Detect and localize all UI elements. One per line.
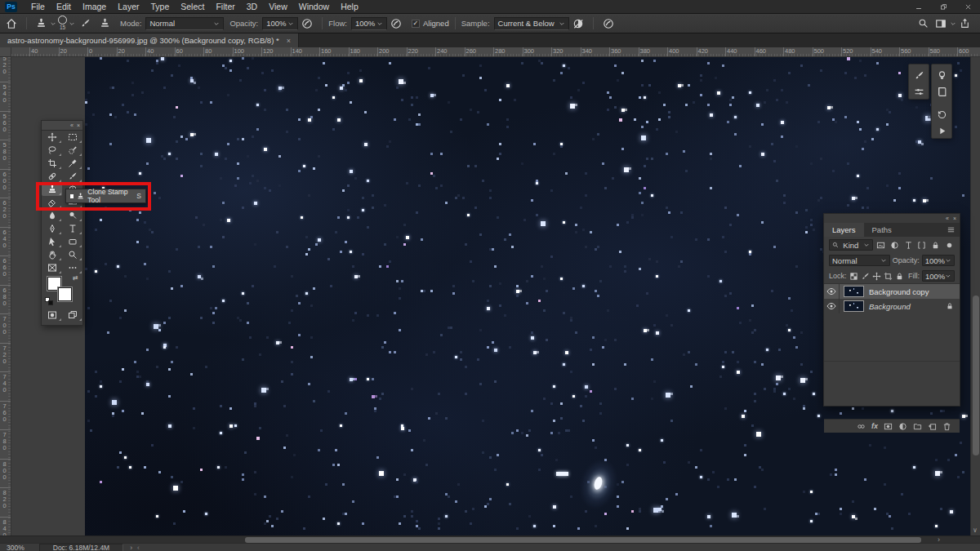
tool-eyedropper[interactable] xyxy=(62,157,82,170)
tab-paths[interactable]: Paths xyxy=(864,223,900,237)
tablet-pressure-size-icon[interactable] xyxy=(603,18,614,29)
lock-artboard-icon[interactable] xyxy=(884,270,893,282)
lock-transparent-pixels-icon[interactable] xyxy=(849,270,858,282)
layer-name[interactable]: Background copy xyxy=(869,287,929,296)
menu-file[interactable]: File xyxy=(25,2,51,11)
close-panel-icon[interactable]: × xyxy=(77,122,80,128)
clone-source-panel-toggle[interactable] xyxy=(96,16,113,31)
workspace-switcher-icon[interactable] xyxy=(935,18,947,29)
tool-lasso[interactable] xyxy=(42,144,62,157)
menu-help[interactable]: Help xyxy=(335,2,364,11)
collapse-panel-icon[interactable]: « xyxy=(946,216,949,221)
libraries-icon[interactable] xyxy=(937,87,947,97)
tool-dodge[interactable] xyxy=(62,209,82,222)
menu-edit[interactable]: Edit xyxy=(51,2,77,11)
layer-blend-mode-select[interactable]: Normal xyxy=(829,255,890,266)
new-group-folder-icon[interactable] xyxy=(913,422,922,431)
brushes-presets-icon[interactable] xyxy=(914,87,924,97)
tool-screen-mode[interactable] xyxy=(62,309,82,322)
brush-settings-icon[interactable] xyxy=(914,70,924,81)
airbrush-toggle-icon[interactable] xyxy=(390,18,402,29)
chevron-down-icon[interactable] xyxy=(950,20,956,27)
filter-adjustment-layers-icon[interactable] xyxy=(889,239,900,251)
minimize-button[interactable] xyxy=(906,2,931,11)
tool-crop[interactable] xyxy=(42,157,62,170)
history-icon[interactable] xyxy=(937,109,947,120)
add-layer-mask-icon[interactable] xyxy=(884,422,893,431)
background-color-swatch[interactable] xyxy=(58,287,72,301)
menu-3d[interactable]: 3D xyxy=(241,2,263,11)
aligned-checkbox[interactable]: ✓ xyxy=(412,20,420,28)
menu-layer[interactable]: Layer xyxy=(112,2,145,11)
home-icon[interactable] xyxy=(6,18,17,29)
tool-healing-brush[interactable] xyxy=(42,170,62,183)
tab-layers[interactable]: Layers xyxy=(824,223,864,237)
sample-select[interactable]: Current & Below xyxy=(494,17,569,30)
layer-name[interactable]: Background xyxy=(869,302,911,311)
ignore-adjustment-layers-icon[interactable] xyxy=(572,18,584,29)
link-layers-icon[interactable] xyxy=(857,422,866,431)
tool-eraser[interactable] xyxy=(42,196,62,209)
brush-preset-picker[interactable]: 15 xyxy=(58,16,67,31)
filter-kind-select[interactable]: Kind xyxy=(829,239,873,251)
horizontal-scrollbar-thumb[interactable] xyxy=(245,537,921,543)
chevron-down-icon[interactable] xyxy=(50,20,56,27)
tool-marquee[interactable] xyxy=(62,131,82,144)
close-button[interactable] xyxy=(956,3,980,11)
new-layer-icon[interactable] xyxy=(928,422,937,431)
default-colors-icon[interactable] xyxy=(45,297,52,304)
tool-clone-stamp[interactable] xyxy=(42,183,62,196)
tool-edit-toolbar[interactable] xyxy=(62,261,82,274)
menu-image[interactable]: Image xyxy=(77,2,112,11)
vertical-ruler[interactable]: 5205405605806006206406606807007207407607… xyxy=(0,57,11,535)
tool-type[interactable] xyxy=(62,222,82,235)
panel-menu-icon[interactable] xyxy=(947,225,956,234)
close-panel-icon[interactable]: × xyxy=(953,216,956,221)
scroll-down-icon[interactable]: ∨ xyxy=(973,527,978,534)
vertical-scrollbar-thumb[interactable] xyxy=(973,295,979,455)
layers-panel-titlebar[interactable]: « × xyxy=(824,214,960,223)
layer-opacity-select[interactable]: 100% xyxy=(922,255,955,266)
opacity-select[interactable]: 100% xyxy=(262,17,298,30)
menu-filter[interactable]: Filter xyxy=(210,2,240,11)
filter-shape-layers-icon[interactable] xyxy=(916,239,928,251)
lock-image-pixels-icon[interactable] xyxy=(861,270,870,282)
menu-window[interactable]: Window xyxy=(293,2,335,11)
menu-view[interactable]: View xyxy=(263,2,293,11)
document-size-indicator[interactable]: Doc: 6.18M/12.4M xyxy=(39,544,123,551)
tool-path-select[interactable] xyxy=(42,235,62,248)
zoom-level[interactable]: 300% xyxy=(7,544,24,551)
ruler-origin-box[interactable] xyxy=(0,47,11,57)
learn-lightbulb-icon[interactable] xyxy=(937,70,947,81)
layer-styles-fx-icon[interactable]: fx xyxy=(871,422,878,430)
collapse-panel-icon[interactable]: « xyxy=(70,122,74,128)
swap-colors-icon[interactable]: ⇄ xyxy=(73,274,78,282)
document-tab[interactable]: astro-astronomy-background-956999.jpg @ … xyxy=(0,33,299,47)
layer-row-background-copy[interactable]: Background copy xyxy=(824,284,960,299)
flow-select[interactable]: 100% xyxy=(351,17,387,30)
tool-pen[interactable] xyxy=(42,222,62,235)
tool-move[interactable] xyxy=(42,131,62,144)
delete-layer-trash-icon[interactable] xyxy=(942,422,951,431)
tool-zoom[interactable] xyxy=(62,248,82,261)
brush-settings-panel-toggle[interactable] xyxy=(77,16,93,31)
visibility-eye-icon[interactable] xyxy=(824,284,840,299)
blend-mode-select[interactable]: Normal xyxy=(145,17,224,30)
layer-fill-select[interactable]: 100% xyxy=(922,270,955,282)
search-icon[interactable] xyxy=(918,18,929,29)
tool-blur[interactable] xyxy=(42,209,62,222)
tablet-pressure-opacity-icon[interactable] xyxy=(301,18,313,29)
filter-pixel-layers-icon[interactable] xyxy=(875,239,887,251)
layer-thumbnail[interactable] xyxy=(844,300,864,312)
tab-close-icon[interactable]: × xyxy=(287,37,291,45)
tool-frame[interactable] xyxy=(42,261,62,274)
tool-preset-stamp-icon[interactable] xyxy=(36,18,47,29)
tool-brush[interactable] xyxy=(62,170,82,183)
menu-select[interactable]: Select xyxy=(175,2,210,11)
filter-smart-objects-icon[interactable] xyxy=(930,239,942,251)
vertical-scrollbar[interactable]: ∨ xyxy=(970,57,980,535)
status-flyout-icon[interactable]: › xyxy=(130,544,132,551)
layer-thumbnail[interactable] xyxy=(844,286,864,297)
actions-play-icon[interactable] xyxy=(937,126,947,136)
horizontal-scrollbar[interactable]: › xyxy=(0,535,980,543)
